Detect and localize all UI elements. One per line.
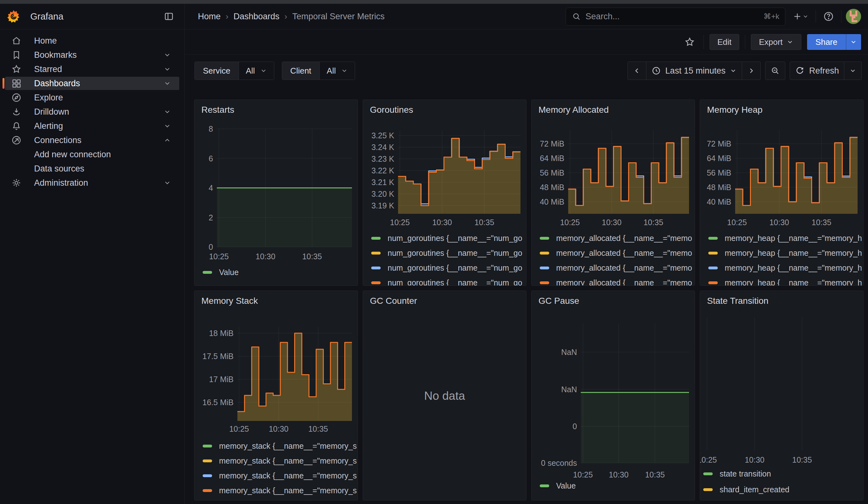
chevron-up-icon[interactable]: [164, 136, 171, 144]
chart-plot-area[interactable]: [581, 323, 689, 463]
legend-series-marker: [203, 271, 212, 274]
chart-plot-area[interactable]: [568, 130, 689, 214]
y-axis-tick-label: 40 MiB: [705, 197, 731, 207]
chevron-down-icon[interactable]: [164, 122, 171, 130]
breadcrumb-dashboards[interactable]: Dashboards: [234, 12, 280, 21]
legend-item[interactable]: memory_allocated {__name__="memo: [540, 248, 692, 258]
panels-grid: Restarts8642010:2510:3010:35ValueGorouti…: [194, 100, 868, 501]
time-back-button[interactable]: [628, 62, 646, 80]
user-avatar[interactable]: [846, 9, 861, 24]
chevron-down-icon[interactable]: [164, 65, 171, 73]
legend-item[interactable]: memory_heap {__name__="memory_h: [708, 248, 862, 258]
panel-memory-stack[interactable]: Memory Stack18 MiB17.5 MiB17 MiB16.5 MiB…: [194, 290, 358, 501]
legend-item[interactable]: memory_allocated {__name__="memo: [540, 233, 692, 243]
refresh-button[interactable]: Refresh: [790, 62, 844, 80]
time-range-picker[interactable]: Last 15 minutes: [646, 62, 742, 80]
time-range-label: Last 15 minutes: [665, 66, 726, 76]
legend-series-marker: [708, 267, 718, 269]
y-axis-tick-label: 3.19 K: [368, 201, 394, 210]
panel-gc-counter[interactable]: GC CounterNo data: [363, 290, 526, 501]
chevron-down-icon[interactable]: [164, 51, 171, 59]
favorite-star-icon[interactable]: [681, 34, 698, 50]
export-button[interactable]: Export: [751, 34, 801, 50]
sidebar-item-dashboards[interactable]: Dashboards: [5, 77, 179, 90]
sidebar-item-alerting[interactable]: Alerting: [5, 119, 179, 133]
navbar-divider: [816, 10, 816, 23]
share-dropdown-button[interactable]: [846, 34, 861, 50]
y-axis-tick-label: 3.25 K: [368, 131, 394, 140]
chevron-right-icon: [747, 66, 755, 75]
legend-item[interactable]: memory_stack {__name__="memory_s: [203, 441, 356, 451]
legend-item[interactable]: state transition: [703, 469, 771, 479]
sidebar-item-label: Starred: [34, 64, 62, 74]
legend-series-label: memory_heap {__name__="memory_h: [725, 234, 862, 243]
legend-item[interactable]: shard_item_created: [703, 485, 789, 494]
chart-plot-area[interactable]: [217, 129, 352, 247]
filter-label: Client: [282, 62, 319, 80]
filter-value-dropdown[interactable]: All: [239, 62, 274, 80]
panel-state-transition[interactable]: State Transition10:2510:3010:35state tra…: [700, 290, 864, 501]
y-axis-tick-label: 3.23 K: [368, 154, 394, 164]
legend-item[interactable]: num_goroutines {__name__="num_go: [371, 278, 523, 286]
legend-item[interactable]: num_goroutines {__name__="num_go: [371, 233, 523, 243]
x-axis-tick-label: 10:25: [220, 424, 258, 434]
legend-item[interactable]: memory_heap {__name__="memory_h: [708, 233, 862, 243]
legend-item[interactable]: memory_stack {__name__="memory_s: [203, 456, 356, 465]
sidebar-item-data-sources[interactable]: Data sources: [5, 162, 179, 175]
legend-item[interactable]: memory_allocated {__name__="memo: [540, 263, 692, 272]
legend-item[interactable]: memory_heap {__name__="memory_h: [708, 278, 862, 286]
breadcrumb-home[interactable]: Home: [198, 12, 221, 21]
legend-item[interactable]: memory_stack {__name__="memory_s: [203, 486, 356, 495]
time-forward-button[interactable]: [742, 62, 761, 80]
filter-value-dropdown[interactable]: All: [319, 62, 355, 80]
y-axis-tick-label: 3.20 K: [368, 189, 394, 199]
chart-plot-area[interactable]: [237, 327, 352, 421]
refresh-interval-dropdown[interactable]: [844, 62, 861, 80]
legend-item[interactable]: num_goroutines {__name__="num_go: [371, 248, 523, 258]
help-icon[interactable]: [820, 8, 837, 25]
refresh-icon: [795, 66, 805, 75]
zoom-out-button[interactable]: [765, 62, 785, 80]
share-button[interactable]: Share: [807, 34, 846, 50]
legend-item[interactable]: memory_heap {__name__="memory_h: [708, 263, 862, 272]
panel-goroutines[interactable]: Goroutines3.25 K3.24 K3.23 K3.22 K3.21 K…: [363, 100, 526, 286]
chart-plot-area[interactable]: [398, 130, 520, 214]
y-axis-tick-label: 64 MiB: [537, 154, 564, 163]
sidebar-item-connections[interactable]: Connections: [5, 134, 179, 147]
y-axis-tick-label: 16.5 MiB: [199, 398, 234, 407]
legend-item[interactable]: memory_allocated {__name__="memo: [540, 278, 692, 286]
legend-item[interactable]: Value: [203, 267, 239, 277]
legend-item[interactable]: num_goroutines {__name__="num_go: [371, 263, 523, 272]
chevron-down-icon[interactable]: [164, 80, 171, 87]
legend-item[interactable]: Value: [540, 481, 576, 491]
legend-item[interactable]: memory_stack {__name__="memory_s: [203, 471, 356, 480]
legend-series-label: memory_stack {__name__="memory_s: [219, 456, 356, 465]
panel-memory-heap[interactable]: Memory Heap72 MiB64 MiB56 MiB48 MiB40 Mi…: [700, 100, 864, 286]
sidebar-item-bookmarks[interactable]: Bookmarks: [5, 48, 179, 62]
panel-memory-allocated[interactable]: Memory Allocated72 MiB64 MiB56 MiB48 MiB…: [531, 100, 695, 286]
search-input[interactable]: [586, 12, 759, 21]
panel-gc-pause[interactable]: GC PauseNaNNaN00 seconds10:2510:3010:35V…: [531, 290, 695, 501]
chevron-down-icon[interactable]: [164, 108, 171, 116]
panel-restarts[interactable]: Restarts8642010:2510:3010:35Value: [194, 100, 358, 286]
y-axis-tick-label: 56 MiB: [705, 168, 731, 177]
sidebar-item-add-new-connection[interactable]: Add new connection: [5, 148, 179, 161]
y-axis-tick-label: 0: [537, 422, 577, 431]
y-axis-tick-label: 17 MiB: [199, 374, 234, 384]
dock-sidebar-toggle-icon[interactable]: [161, 9, 177, 24]
sidebar-item-starred[interactable]: Starred: [5, 63, 179, 76]
sidebar-item-drilldown[interactable]: Drilldown: [5, 105, 179, 119]
add-new-button[interactable]: [790, 9, 811, 24]
y-axis-tick-label: 48 MiB: [705, 183, 731, 192]
sidebar-item-explore[interactable]: Explore: [5, 91, 179, 104]
chart-plot-area[interactable]: [735, 130, 858, 214]
chart-plot-area[interactable]: [700, 317, 858, 451]
breadcrumb-current-page: Temporal Server Metrics: [292, 12, 385, 21]
edit-button[interactable]: Edit: [710, 34, 740, 50]
grafana-logo: [6, 9, 21, 24]
search-bar[interactable]: ⌘+k: [566, 8, 785, 25]
chevron-down-icon[interactable]: [164, 179, 171, 187]
sidebar-item-home[interactable]: Home: [5, 34, 179, 48]
sidebar-item-administration[interactable]: Administration: [5, 176, 179, 189]
dashboard-toolbar: Edit Export Share: [185, 30, 868, 55]
